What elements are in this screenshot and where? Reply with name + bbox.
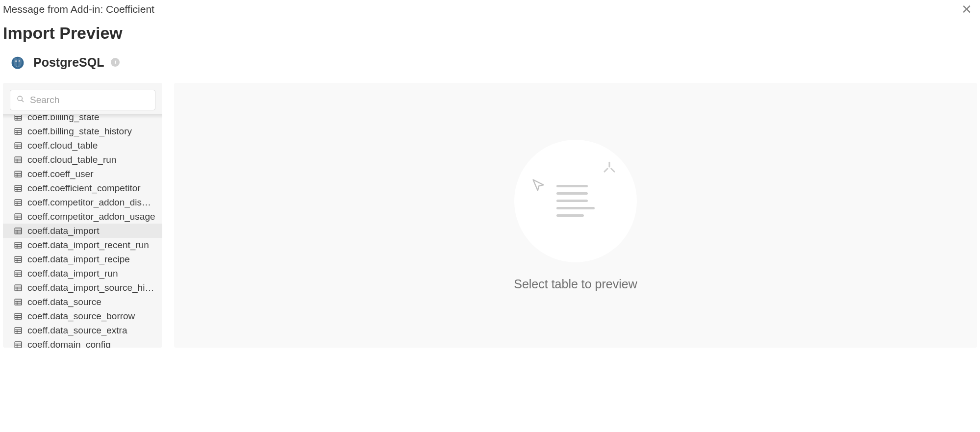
table-label: coeff.data_source [27,297,155,307]
table-label: coeff.data_import_recent_run [27,240,155,251]
svg-point-3 [16,61,16,61]
table-icon [14,170,23,178]
svg-rect-27 [15,185,22,191]
table-icon [14,141,23,150]
table-icon [14,227,23,235]
table-icon [14,127,23,136]
preview-illustration [514,140,637,262]
table-label: coeff.competitor_addon_discov… [27,197,155,208]
table-label: coeff.data_import [27,226,155,236]
table-icon [14,115,23,122]
svg-rect-35 [15,214,22,220]
table-item[interactable]: coeff.coeff_user [3,167,162,181]
svg-rect-55 [15,285,22,291]
table-icon [14,340,23,348]
table-icon [14,155,23,164]
table-icon [14,198,23,207]
svg-rect-51 [15,271,22,277]
table-icon [14,241,23,250]
svg-rect-15 [15,143,22,149]
svg-point-5 [18,96,22,101]
table-item[interactable]: coeff.data_source [3,295,162,309]
table-item[interactable]: coeff.data_import_recipe [3,252,162,266]
svg-rect-23 [15,171,22,177]
table-icon [14,255,23,264]
table-icon [14,269,23,278]
table-item[interactable]: coeff.competitor_addon_usage [3,209,162,224]
svg-rect-43 [15,242,22,248]
table-label: coeff.competitor_addon_usage [27,211,155,222]
info-icon[interactable]: i [111,58,120,67]
table-icon [14,298,23,306]
svg-point-4 [19,61,20,61]
svg-rect-31 [15,200,22,205]
table-label: coeff.data_import_source_histo… [27,282,155,293]
table-item[interactable]: coeff.data_import_recent_run [3,238,162,252]
table-item[interactable]: coeff.coefficient_competitor [3,181,162,195]
table-sidebar: coeff.billing_state coeff.billing_state_… [3,83,162,348]
table-icon [14,212,23,221]
page-title: Import Preview [0,17,980,45]
table-label: coeff.cloud_table [27,140,155,151]
table-label: coeff.data_import_run [27,268,155,279]
table-label: coeff.data_source_extra [27,325,155,336]
table-icon [14,326,23,335]
svg-line-77 [611,168,614,171]
table-item[interactable]: coeff.cloud_table_run [3,152,162,167]
postgresql-icon [9,53,26,71]
table-list[interactable]: coeff.billing_state coeff.billing_state_… [3,115,162,348]
topbar: Message from Add-in: Coefficient ✕ [0,0,980,17]
table-item[interactable]: coeff.data_source_borrow [3,309,162,323]
table-label: coeff.billing_state [27,115,155,123]
search-wrap [3,83,162,116]
table-item[interactable]: coeff.billing_state_history [3,124,162,138]
svg-rect-39 [15,228,22,234]
table-label: coeff.coefficient_competitor [27,183,155,194]
svg-rect-47 [15,256,22,262]
table-item[interactable]: coeff.domain_config [3,337,162,348]
svg-rect-67 [15,328,22,333]
svg-rect-59 [15,299,22,305]
lines-icon [556,185,595,217]
table-item[interactable]: coeff.data_import_run [3,266,162,280]
svg-line-6 [22,100,24,102]
table-item[interactable]: coeff.data_source_extra [3,323,162,337]
table-label: coeff.coeff_user [27,169,155,179]
addin-message: Message from Add-in: Coefficient [3,3,154,15]
table-icon [14,312,23,321]
svg-rect-11 [15,128,22,134]
search-icon [17,95,25,103]
search-input[interactable] [10,90,155,110]
table-item[interactable]: coeff.competitor_addon_discov… [3,195,162,209]
table-label: coeff.data_source_borrow [27,311,155,322]
table-label: coeff.domain_config [27,339,155,348]
close-icon[interactable]: ✕ [958,3,975,16]
preview-panel: Select table to preview [174,83,977,348]
table-label: coeff.cloud_table_run [27,154,155,165]
table-item[interactable]: coeff.data_import [3,224,162,238]
table-label: coeff.data_import_recipe [27,254,155,265]
svg-rect-71 [15,342,22,348]
preview-empty-message: Select table to preview [514,277,637,291]
spark-icon [602,159,617,174]
cursor-icon [531,178,545,192]
table-label: coeff.billing_state_history [27,126,155,137]
svg-line-75 [604,168,607,171]
table-icon [14,283,23,292]
table-item[interactable]: coeff.billing_state [3,115,162,124]
table-icon [14,184,23,193]
table-item[interactable]: coeff.cloud_table [3,138,162,152]
svg-rect-19 [15,157,22,163]
svg-rect-63 [15,313,22,319]
source-name: PostgreSQL [33,55,104,70]
table-item[interactable]: coeff.data_import_source_histo… [3,280,162,295]
data-source-header: PostgreSQL i [0,45,980,83]
